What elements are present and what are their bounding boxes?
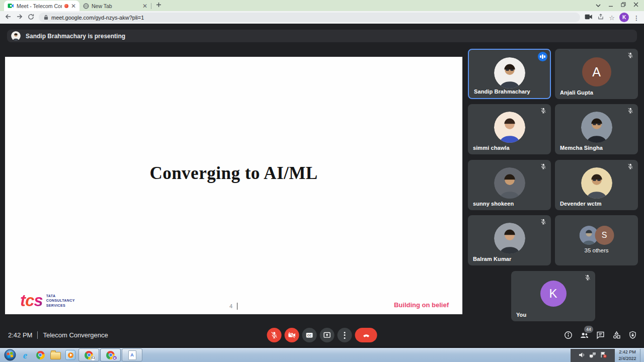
back-button[interactable] xyxy=(5,13,12,22)
presenting-banner-text: Sandip Brahmachary is presenting xyxy=(26,33,125,40)
tab-capture-camera-icon[interactable] xyxy=(585,13,593,22)
participant-name: sunny shokeen xyxy=(473,201,514,207)
host-controls-button[interactable] xyxy=(628,330,637,340)
chrome-pinned-icon[interactable] xyxy=(33,348,48,361)
participant-tile[interactable]: A Anjali Gupta xyxy=(555,49,638,99)
browser-tab-strip: Meet - Telecom Convergence ✕ New Tab ✕ xyxy=(0,0,644,11)
tcs-line: CONSULTANCY xyxy=(46,298,75,303)
network-icon[interactable] xyxy=(589,351,596,360)
present-button[interactable] xyxy=(320,328,335,342)
meet-favicon-icon xyxy=(8,3,14,9)
mic-off-icon xyxy=(540,218,547,225)
tcs-line: SERVICES xyxy=(46,303,75,308)
show-desktop-button[interactable] xyxy=(640,349,644,362)
tcs-logo-text: TATA CONSULTANCY SERVICES xyxy=(46,294,75,308)
lock-icon xyxy=(44,15,48,20)
participant-count-badge: 44 xyxy=(584,326,593,333)
mic-off-icon xyxy=(540,107,547,114)
meet-page: Sandip Brahmachary is presenting Converg… xyxy=(0,24,644,347)
system-tray: 2:42 PM 2/4/2022 xyxy=(571,349,644,362)
media-player-icon[interactable] xyxy=(63,348,78,361)
captions-button[interactable]: CC xyxy=(302,328,317,342)
bookmark-star-icon[interactable] xyxy=(609,13,615,22)
participant-tile[interactable]: Sandip Brahmachary xyxy=(468,49,551,99)
activities-button[interactable] xyxy=(612,330,621,340)
participant-tile[interactable]: sunny shokeen xyxy=(468,160,551,210)
tab-search-chevron-icon[interactable] xyxy=(596,0,601,9)
tab-meet[interactable]: Meet - Telecom Convergence ✕ xyxy=(4,1,79,11)
mic-off-icon xyxy=(540,163,547,170)
url-text: meet.google.com/gyd-nzys-akw?pli=1 xyxy=(51,15,144,21)
volume-icon[interactable] xyxy=(579,351,585,360)
tab-new-tab[interactable]: New Tab ✕ xyxy=(79,1,151,11)
meeting-details-button[interactable] xyxy=(564,330,573,340)
chrome-window-button-active[interactable]: K xyxy=(100,348,121,361)
presenting-banner: Sandip Brahmachary is presenting xyxy=(7,30,637,42)
browser-toolbar: meet.google.com/gyd-nzys-akw?pli=1 K xyxy=(0,11,644,24)
tab-separator xyxy=(151,3,151,9)
mic-toggle-button[interactable] xyxy=(267,328,282,342)
page-number-value: 4 xyxy=(229,303,232,309)
participants-button[interactable]: 44 xyxy=(580,330,589,340)
leave-call-button[interactable] xyxy=(355,328,377,342)
others-tile[interactable]: S 35 others xyxy=(555,215,638,265)
mic-off-icon xyxy=(627,163,634,170)
chat-icon xyxy=(596,330,605,340)
self-avatar: K xyxy=(540,281,567,307)
self-tile[interactable]: K You xyxy=(511,271,595,321)
window-close-button[interactable] xyxy=(633,0,638,9)
svg-text:CC: CC xyxy=(307,334,312,337)
participant-avatar xyxy=(494,112,525,143)
self-label: You xyxy=(516,312,526,318)
others-count-label: 35 others xyxy=(555,247,638,253)
tab-title: New Tab xyxy=(92,3,140,9)
participant-tile[interactable]: Balram Kumar xyxy=(468,215,551,265)
document-icon xyxy=(128,350,136,360)
participant-tile[interactable]: Devender wctm xyxy=(555,160,638,210)
page-number-divider xyxy=(237,303,237,310)
participant-name: Devender wctm xyxy=(560,201,602,207)
meeting-time: 2:42 PM xyxy=(8,331,32,339)
profile-badge-k: K xyxy=(112,355,117,360)
tray-icons xyxy=(571,349,615,362)
more-vert-icon xyxy=(344,332,346,339)
tab-title: Meet - Telecom Convergence xyxy=(17,3,62,9)
taskbar-clock[interactable]: 2:42 PM 2/4/2022 xyxy=(615,349,640,362)
window-minimize-button[interactable] xyxy=(608,0,613,9)
file-explorer-icon[interactable] xyxy=(48,348,63,361)
more-options-button[interactable] xyxy=(338,328,352,342)
speaking-indicator-icon xyxy=(538,52,547,61)
tcs-logo: tcs TATA CONSULTANCY SERVICES xyxy=(20,294,75,308)
participant-tile[interactable]: simmi chawla xyxy=(468,104,551,154)
meet-control-bar: 2:42 PM Telecom Convergence CC xyxy=(0,323,644,347)
tab-close-icon[interactable]: ✕ xyxy=(142,3,147,9)
shield-lock-icon xyxy=(628,330,637,340)
forward-button[interactable] xyxy=(16,13,23,22)
participant-tile[interactable]: Memcha Singha xyxy=(555,104,638,154)
browser-profile-avatar[interactable]: K xyxy=(619,13,629,22)
tcs-wordmark: tcs xyxy=(20,294,43,307)
action-center-flag-icon[interactable] xyxy=(600,351,607,360)
participant-name: Anjali Gupta xyxy=(560,89,593,96)
others-avatars: S xyxy=(579,226,614,245)
participant-name: simmi chawla xyxy=(473,145,510,151)
wordpad-window-button[interactable] xyxy=(122,348,142,361)
meeting-name: Telecom Convergence xyxy=(43,331,108,339)
camera-toggle-button[interactable] xyxy=(285,328,299,342)
clock-date: 2/4/2022 xyxy=(618,355,636,362)
start-button[interactable] xyxy=(3,348,18,361)
browser-menu-icon[interactable] xyxy=(633,13,639,22)
share-icon[interactable] xyxy=(597,13,604,22)
presented-slide: Converging to AI/ML tcs TATA CONSULTANCY… xyxy=(5,57,462,314)
window-restore-button[interactable] xyxy=(621,0,626,9)
chrome-window-button[interactable] xyxy=(78,348,99,361)
chat-button[interactable] xyxy=(596,330,605,340)
address-bar[interactable]: meet.google.com/gyd-nzys-akw?pli=1 xyxy=(39,13,580,22)
meeting-info: 2:42 PM Telecom Convergence xyxy=(8,331,108,339)
internet-explorer-icon[interactable]: e xyxy=(18,348,33,361)
tab-close-icon[interactable]: ✕ xyxy=(71,3,76,9)
captions-icon: CC xyxy=(305,331,314,339)
call-end-icon xyxy=(362,331,370,339)
new-tab-button[interactable] xyxy=(156,1,162,10)
reload-button[interactable] xyxy=(28,13,34,22)
